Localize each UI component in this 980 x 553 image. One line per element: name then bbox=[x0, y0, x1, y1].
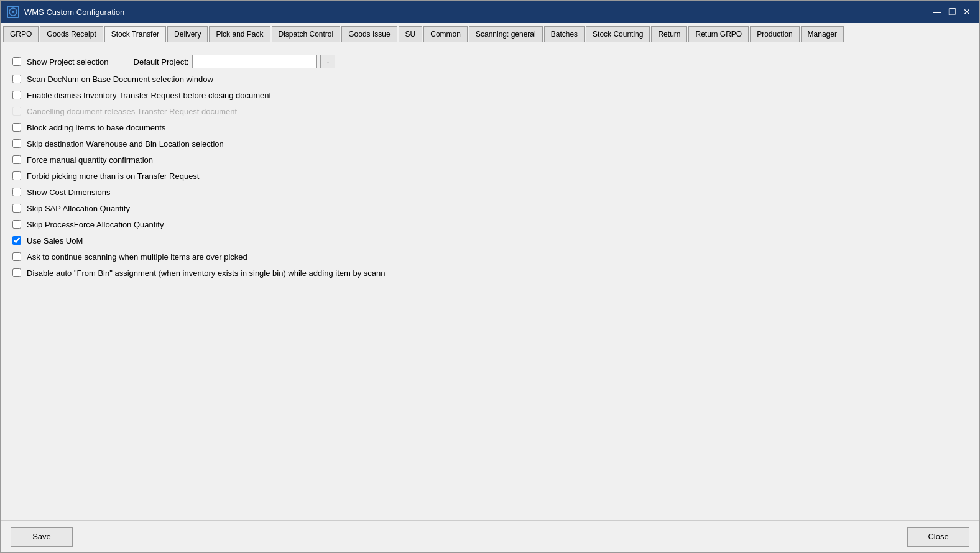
label-show-cost: Show Cost Dimensions bbox=[27, 188, 110, 197]
tab-goods-issue[interactable]: Goods Issue bbox=[341, 26, 397, 42]
tab-scanning-general[interactable]: Scanning: general bbox=[469, 26, 543, 42]
checkbox-disable-auto[interactable] bbox=[12, 268, 21, 277]
checkbox-show-cost[interactable] bbox=[12, 188, 21, 196]
restore-button[interactable]: ❒ bbox=[946, 6, 958, 18]
option-row-show-project-selection: Show Project selectionDefault Project:- bbox=[11, 52, 969, 71]
option-row-forbid-picking: Forbid picking more than is on Transfer … bbox=[11, 168, 969, 184]
label-force-manual: Force manual quantity confirmation bbox=[27, 155, 153, 165]
option-row-show-cost: Show Cost Dimensions bbox=[11, 184, 969, 200]
close-window-button[interactable]: ✕ bbox=[961, 6, 973, 18]
option-row-enable-dismiss: Enable dismiss Inventory Transfer Reques… bbox=[11, 87, 969, 103]
tab-stock-transfer[interactable]: Stock Transfer bbox=[104, 26, 166, 42]
tab-production[interactable]: Production bbox=[750, 26, 799, 42]
label-disable-auto: Disable auto "From Bin" assignment (when… bbox=[27, 268, 385, 278]
save-button[interactable]: Save bbox=[11, 527, 73, 547]
option-row-force-manual: Force manual quantity confirmation bbox=[11, 152, 969, 168]
content-area: Show Project selectionDefault Project:-S… bbox=[1, 42, 979, 520]
checkbox-scan-docnum[interactable] bbox=[12, 75, 21, 83]
label-cancelling-document: Cancelling document releases Transfer Re… bbox=[27, 107, 237, 116]
checkbox-use-sales-uom[interactable] bbox=[12, 236, 21, 245]
label-skip-sap: Skip SAP Allocation Quantity bbox=[27, 204, 130, 213]
option-row-disable-auto: Disable auto "From Bin" assignment (when… bbox=[11, 265, 969, 281]
tab-delivery[interactable]: Delivery bbox=[167, 26, 208, 42]
tab-return[interactable]: Return bbox=[651, 26, 687, 42]
app-icon bbox=[7, 6, 19, 18]
option-row-cancelling-document: Cancelling document releases Transfer Re… bbox=[11, 103, 969, 119]
svg-point-2 bbox=[12, 11, 14, 13]
checkbox-skip-sap[interactable] bbox=[12, 204, 21, 213]
label-skip-processforce: Skip ProcessForce Allocation Quantity bbox=[27, 220, 164, 229]
option-row-skip-sap: Skip SAP Allocation Quantity bbox=[11, 200, 969, 216]
label-use-sales-uom: Use Sales UoM bbox=[27, 236, 83, 245]
tab-bar: GRPOGoods ReceiptStock TransferDeliveryP… bbox=[1, 23, 979, 42]
close-button[interactable]: Close bbox=[907, 527, 969, 547]
checkbox-cancelling-document bbox=[12, 107, 21, 116]
tab-su[interactable]: SU bbox=[399, 26, 423, 42]
title-bar: WMS Custom Configuration — ❒ ✕ bbox=[1, 1, 979, 23]
label-ask-continue: Ask to continue scanning when multiple i… bbox=[27, 252, 247, 262]
tab-goods-receipt[interactable]: Goods Receipt bbox=[40, 26, 103, 42]
window-title: WMS Custom Configuration bbox=[24, 7, 931, 17]
tab-manager[interactable]: Manager bbox=[801, 26, 844, 42]
footer: Save Close bbox=[1, 520, 979, 552]
default-project-button[interactable]: - bbox=[320, 55, 335, 68]
checkbox-skip-destination[interactable] bbox=[12, 139, 21, 148]
window-controls: — ❒ ✕ bbox=[931, 6, 973, 18]
main-window: WMS Custom Configuration — ❒ ✕ GRPOGoods… bbox=[0, 0, 980, 553]
minimize-button[interactable]: — bbox=[931, 6, 943, 18]
label-scan-docnum: Scan DocNum on Base Document selection w… bbox=[27, 75, 213, 84]
default-project-input[interactable] bbox=[192, 55, 317, 68]
default-project-label: Default Project: bbox=[134, 57, 189, 66]
checkbox-enable-dismiss[interactable] bbox=[12, 91, 21, 99]
checkbox-show-project-selection[interactable] bbox=[12, 57, 21, 66]
tab-batches[interactable]: Batches bbox=[544, 26, 585, 42]
checkbox-skip-processforce[interactable] bbox=[12, 220, 21, 229]
label-forbid-picking: Forbid picking more than is on Transfer … bbox=[27, 171, 199, 181]
option-row-block-adding: Block adding Items to base documents bbox=[11, 119, 969, 135]
tab-pick-and-pack[interactable]: Pick and Pack bbox=[209, 26, 270, 42]
option-row-use-sales-uom: Use Sales UoM bbox=[11, 232, 969, 249]
checkbox-ask-continue[interactable] bbox=[12, 252, 21, 261]
option-row-skip-destination: Skip destination Warehouse and Bin Locat… bbox=[11, 135, 969, 152]
option-row-scan-docnum: Scan DocNum on Base Document selection w… bbox=[11, 71, 969, 87]
label-block-adding: Block adding Items to base documents bbox=[27, 123, 165, 132]
checkbox-block-adding[interactable] bbox=[12, 123, 21, 132]
tab-dispatch-control[interactable]: Dispatch Control bbox=[272, 26, 341, 42]
tab-return-grpo[interactable]: Return GRPO bbox=[688, 26, 749, 42]
tab-grpo[interactable]: GRPO bbox=[3, 26, 39, 42]
tab-stock-counting[interactable]: Stock Counting bbox=[586, 26, 650, 42]
label-enable-dismiss: Enable dismiss Inventory Transfer Reques… bbox=[27, 91, 271, 100]
checkbox-forbid-picking[interactable] bbox=[12, 171, 21, 180]
checkbox-force-manual[interactable] bbox=[12, 155, 21, 164]
tab-common[interactable]: Common bbox=[423, 26, 468, 42]
label-skip-destination: Skip destination Warehouse and Bin Locat… bbox=[27, 139, 224, 149]
option-row-ask-continue: Ask to continue scanning when multiple i… bbox=[11, 249, 969, 265]
label-show-project-selection: Show Project selection bbox=[27, 57, 109, 66]
option-row-skip-processforce: Skip ProcessForce Allocation Quantity bbox=[11, 216, 969, 232]
